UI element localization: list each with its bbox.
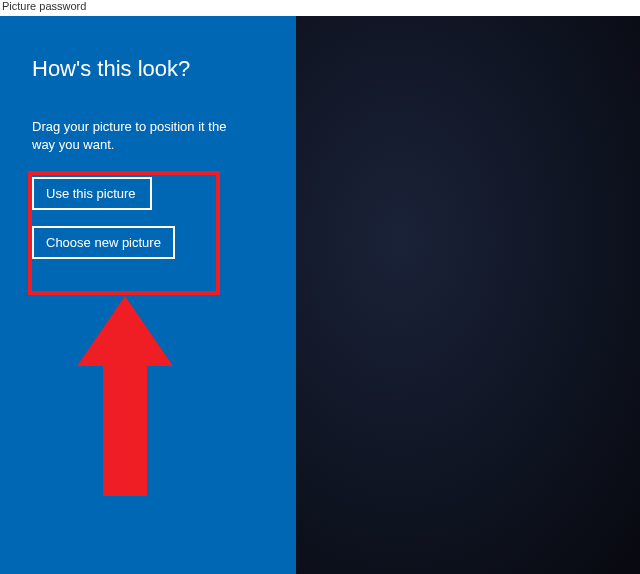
annotation-arrow-icon	[77, 296, 173, 500]
instruction-text: Drag your picture to position it the way…	[32, 118, 252, 153]
picture-preview-area[interactable]	[296, 16, 640, 574]
window-titlebar: Picture password	[0, 0, 640, 16]
button-group: Use this picture Choose new picture	[32, 177, 264, 259]
main-container: How's this look? Drag your picture to po…	[0, 16, 640, 574]
page-heading: How's this look?	[32, 56, 264, 82]
use-this-picture-button[interactable]: Use this picture	[32, 177, 152, 210]
svg-marker-0	[77, 296, 173, 496]
left-panel: How's this look? Drag your picture to po…	[0, 16, 296, 574]
window-title: Picture password	[2, 0, 86, 12]
choose-new-picture-button[interactable]: Choose new picture	[32, 226, 175, 259]
